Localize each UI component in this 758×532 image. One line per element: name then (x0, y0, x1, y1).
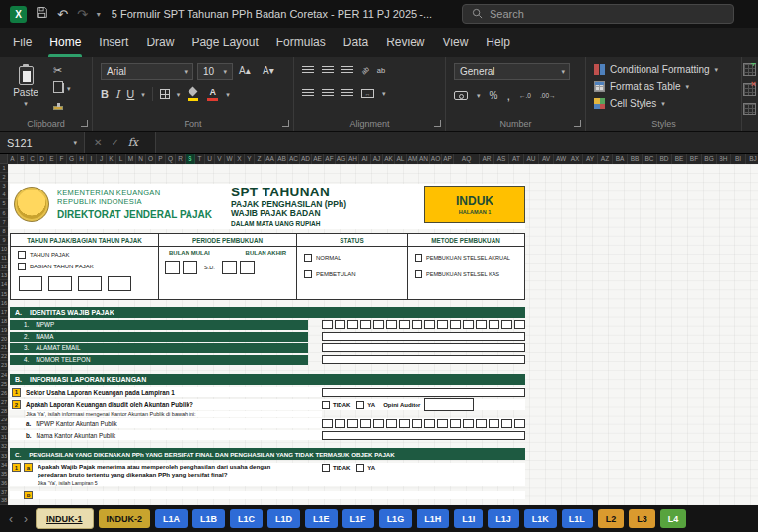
row-header[interactable]: 37 (0, 488, 8, 496)
align-bottom-button[interactable] (341, 66, 353, 75)
name-box-dropdown-icon[interactable]: ▾ (73, 139, 77, 146)
sheet-tab[interactable]: L1E (305, 509, 338, 528)
opini-auditor-input[interactable] (424, 398, 474, 411)
row-header[interactable]: 13 (0, 271, 8, 280)
accounting-dropdown-icon[interactable]: ▾ (477, 92, 481, 99)
column-header[interactable]: AS (494, 154, 509, 164)
input-cell[interactable] (322, 320, 333, 329)
input-cell[interactable] (399, 320, 410, 329)
align-right-button[interactable] (341, 89, 353, 98)
cut-button[interactable]: ✂ (53, 64, 71, 76)
input-cell[interactable] (437, 320, 448, 329)
number-dialog-launcher-icon[interactable] (574, 120, 581, 127)
row-header[interactable]: 5 (0, 199, 8, 208)
select-all-corner[interactable] (0, 154, 8, 164)
wrap-text-button[interactable]: ab (377, 66, 385, 75)
column-header[interactable]: N (136, 154, 146, 164)
align-top-button[interactable] (302, 66, 314, 75)
column-header[interactable]: AQ (454, 154, 480, 164)
column-header[interactable]: BJ (746, 154, 758, 164)
accounting-format-button[interactable] (454, 91, 468, 100)
input-cell[interactable] (360, 419, 371, 428)
formula-input[interactable] (156, 132, 758, 153)
column-header[interactable]: A (8, 154, 18, 164)
fill-color-button[interactable] (187, 87, 199, 101)
percent-style-button[interactable]: % (490, 90, 498, 101)
italic-button[interactable]: I (115, 88, 119, 101)
row-header[interactable]: 29 (0, 416, 8, 424)
input-cell[interactable] (489, 419, 499, 428)
row-header[interactable]: 6 (0, 209, 8, 218)
comma-style-button[interactable]: , (506, 88, 510, 103)
row-header[interactable]: 4 (0, 190, 8, 199)
decrease-font-size-button[interactable]: A▾ (263, 65, 274, 76)
column-header[interactable]: Q (166, 154, 176, 164)
column-header[interactable]: BH (717, 154, 731, 164)
menu-tab[interactable]: File (4, 28, 40, 57)
input-cell[interactable] (347, 320, 358, 329)
row-header[interactable]: 35 (0, 470, 8, 479)
sheet-tab[interactable]: L1L (562, 509, 593, 528)
column-header[interactable]: D (38, 154, 47, 164)
sheet-tab[interactable]: L1H (417, 509, 449, 528)
font-dialog-launcher-icon[interactable] (282, 120, 289, 127)
column-header[interactable]: K (107, 154, 116, 164)
bold-button[interactable]: B (101, 88, 109, 100)
format-painter-button[interactable] (53, 100, 71, 112)
menu-tab[interactable]: Review (377, 28, 433, 57)
column-header[interactable]: BD (657, 154, 672, 164)
checkbox-audit-tidak[interactable] (322, 401, 330, 409)
menu-tab[interactable]: Home (40, 28, 90, 57)
row-header[interactable]: 31 (0, 433, 8, 442)
column-header[interactable]: Z (255, 154, 265, 164)
row-header[interactable]: 21 (0, 343, 8, 352)
column-header[interactable]: W (225, 154, 235, 164)
row-header[interactable]: 16 (0, 299, 8, 308)
column-header[interactable]: AG (336, 154, 347, 164)
sheet-tab[interactable]: L1C (230, 509, 263, 528)
align-left-button[interactable] (302, 89, 314, 98)
input-cell[interactable] (463, 419, 474, 428)
font-name-select[interactable]: Arial▾ (101, 63, 193, 80)
sheet-tab[interactable]: L1B (192, 509, 225, 528)
input-cell[interactable] (501, 419, 512, 428)
column-header[interactable]: U (205, 154, 215, 164)
row-header[interactable]: 10 (0, 245, 8, 254)
menu-tab[interactable]: Page Layout (183, 28, 266, 57)
column-header[interactable]: AA (265, 154, 276, 164)
align-middle-button[interactable] (322, 66, 334, 75)
column-header[interactable]: AN (418, 154, 430, 164)
column-header[interactable]: AD (300, 154, 312, 164)
decrease-decimal-button[interactable]: .00→ (540, 92, 556, 99)
conditional-formatting-button[interactable]: Conditional Formatting ▾ (586, 61, 741, 78)
row-header[interactable]: 36 (0, 479, 8, 488)
column-header[interactable]: BA (613, 154, 628, 164)
column-header[interactable]: AI (359, 154, 371, 164)
prev-sheet-icon[interactable]: ‹ (6, 512, 16, 526)
enter-icon[interactable]: ✓ (111, 137, 118, 148)
column-header[interactable]: G (67, 154, 77, 164)
column-header[interactable]: P (156, 154, 166, 164)
row-header[interactable]: 14 (0, 280, 8, 289)
input-cell[interactable] (489, 320, 499, 329)
column-header[interactable]: I (87, 154, 97, 164)
row-header[interactable]: 25 (0, 380, 8, 389)
telepon-input[interactable] (322, 355, 525, 364)
column-header[interactable]: AY (583, 154, 598, 164)
row-header[interactable]: 27 (0, 398, 8, 407)
copy-button[interactable]: ▾ (53, 82, 71, 94)
column-header[interactable]: Y (245, 154, 255, 164)
checkbox-normal[interactable] (304, 254, 312, 262)
checkbox-audit-ya[interactable] (356, 401, 364, 409)
column-header[interactable]: AM (407, 154, 418, 164)
column-header[interactable]: BC (643, 154, 657, 164)
checkbox-final-tidak[interactable] (322, 464, 330, 472)
row-header[interactable]: 8 (0, 227, 8, 236)
insert-cells-icon[interactable] (743, 63, 756, 76)
row-header[interactable]: 2 (0, 173, 8, 182)
column-header[interactable]: AE (312, 154, 324, 164)
worksheet[interactable]: KEMENTERIAN KEUANGAN REPUBLIK INDONESIA … (8, 164, 758, 505)
year-digit-cell[interactable] (78, 276, 102, 291)
clipboard-dialog-launcher-icon[interactable] (81, 120, 88, 127)
alignment-dialog-launcher-icon[interactable] (434, 120, 441, 127)
